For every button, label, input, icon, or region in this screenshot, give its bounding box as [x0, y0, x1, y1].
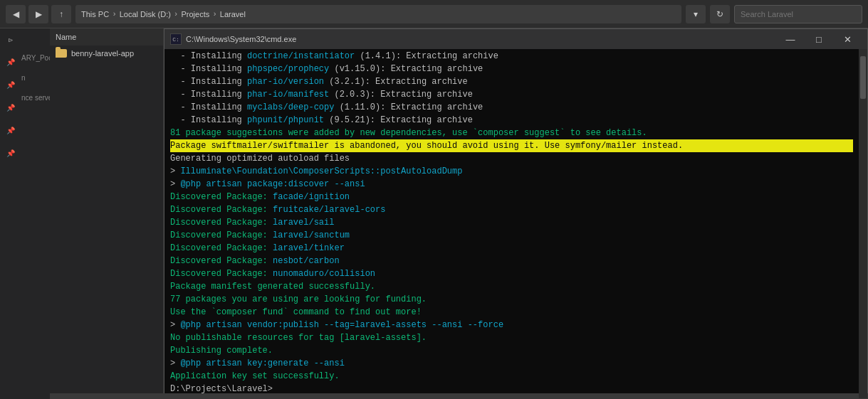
terminal-line: Generating optimized autoload files: [170, 152, 853, 165]
minimize-button[interactable]: —: [776, 29, 805, 49]
terminal-line: Application key set successfully.: [170, 370, 853, 383]
breadcrumb-projects[interactable]: Projects: [181, 10, 209, 18]
back-button[interactable]: ◀: [6, 5, 26, 23]
nav-item-pin-4[interactable]: 📌: [2, 122, 19, 139]
breadcrumb-this-pc[interactable]: This PC: [81, 10, 109, 18]
maximize-button[interactable]: □: [805, 29, 833, 49]
file-panel-header: Name: [50, 28, 163, 46]
cmd-titlebar: C: C:\Windows\System32\cmd.exe — □ ✕: [164, 29, 867, 49]
nav-label-row-2: n: [21, 70, 50, 85]
dropdown-button[interactable]: ▾: [686, 5, 706, 23]
terminal-scrollbar[interactable]: [859, 49, 867, 398]
breadcrumb: This PC › Local Disk (D:) › Projects › L…: [75, 5, 681, 23]
horizontal-scrollbar[interactable]: [50, 393, 163, 399]
terminal-line: No publishable resources for tag [larave…: [170, 331, 853, 344]
terminal-line: Discovered Package: nunomaduro/collision: [170, 267, 853, 280]
left-section: ⊳ 📌 📌 📌 📌 📌: [0, 28, 164, 399]
nav-item-pin-3[interactable]: 📌: [2, 100, 19, 117]
terminal-line: 81 package suggestions were added by new…: [170, 127, 853, 139]
terminal-wrapper: - Installing sebastian/code-unit-reverse…: [164, 49, 867, 398]
nav-item-pin-1[interactable]: 📌: [2, 54, 19, 71]
arrow-icon-1: ⊳: [9, 36, 14, 45]
terminal-line: Discovered Package: facade/ignition: [170, 191, 853, 203]
nav-label-2: n: [21, 74, 26, 82]
refresh-button[interactable]: ↻: [710, 5, 730, 23]
pin-icon-5: 📌: [6, 149, 15, 158]
sep2: ›: [174, 10, 179, 18]
terminal-content[interactable]: - Installing sebastian/code-unit-reverse…: [164, 49, 859, 398]
sep1: ›: [112, 10, 117, 18]
cmd-icon: C:: [170, 33, 182, 45]
terminal-line: Publishing complete.: [170, 344, 853, 357]
nav-buttons: ◀ ▶ ↑: [6, 5, 71, 23]
file-explorer-panel: Name benny-laravel-app: [50, 28, 163, 399]
nav-labels-column: ARY_Pocke n nce server: [21, 28, 50, 399]
terminal-line: Discovered Package: laravel/tinker: [170, 242, 853, 255]
forward-button[interactable]: ▶: [28, 5, 48, 23]
terminal-line: - Installing phar-io/manifest (2.0.3): E…: [170, 88, 853, 101]
cmd-title-text: C:\Windows\System32\cmd.exe: [186, 35, 296, 43]
breadcrumb-local-disk[interactable]: Local Disk (D:): [120, 10, 171, 18]
terminal-line: - Installing doctrine/instantiator (1.4.…: [170, 50, 853, 63]
file-items-list: benny-laravel-app: [50, 46, 163, 399]
cmd-window: C: C:\Windows\System32\cmd.exe — □ ✕ - I…: [164, 28, 868, 399]
pin-icon-4: 📌: [6, 127, 15, 135]
nav-label-1: ARY_Pocke: [21, 54, 50, 62]
name-column-header: Name: [56, 33, 76, 41]
terminal-line: - Installing phpspec/prophecy (v1.15.0):…: [170, 63, 853, 75]
terminal-line: > @php artisan vendor:publish --tag=lara…: [170, 319, 853, 331]
sep3: ›: [212, 10, 217, 18]
cmd-title-left: C: C:\Windows\System32\cmd.exe: [170, 33, 296, 45]
pin-icon-3: 📌: [6, 104, 15, 112]
up-button[interactable]: ↑: [51, 5, 71, 23]
breadcrumb-laravel[interactable]: Laravel: [220, 10, 246, 18]
pin-icon-2: 📌: [6, 81, 15, 90]
cmd-window-buttons: — □ ✕: [776, 29, 862, 49]
search-input[interactable]: [734, 5, 862, 23]
folder-item-benny-laravel-app[interactable]: benny-laravel-app: [50, 46, 163, 61]
main-area: ⊳ 📌 📌 📌 📌 📌: [0, 28, 868, 399]
terminal-line: - Installing myclabs/deep-copy (1.11.0):…: [170, 101, 853, 114]
terminal-line: Package manifest generated successfully.: [170, 280, 853, 293]
terminal-line: > @php artisan key:generate --ansi: [170, 357, 853, 370]
terminal-line: Discovered Package: fruitcake/laravel-co…: [170, 203, 853, 216]
folder-item-name: benny-laravel-app: [71, 49, 134, 58]
terminal-line: 77 packages you are using are looking fo…: [170, 293, 853, 306]
pin-icon-1: 📌: [6, 58, 15, 67]
nav-label-3: nce server: [21, 94, 50, 102]
terminal-line: - Installing phar-io/version (3.2.1): Ex…: [170, 75, 853, 88]
terminal-line: Discovered Package: laravel/sail: [170, 216, 853, 229]
scrollbar-thumb[interactable]: [860, 56, 866, 99]
terminal-line: Discovered Package: nesbot/carbon: [170, 255, 853, 267]
nav-label-row-1: ARY_Pocke: [21, 50, 50, 65]
nav-item-1[interactable]: ⊳: [2, 31, 19, 48]
terminal-line: Package swiftmailer/swiftmailer is aband…: [170, 139, 853, 152]
terminal-line: > @php artisan package:discover --ansi: [170, 178, 853, 191]
left-side-nav: ⊳ 📌 📌 📌 📌 📌: [0, 28, 21, 399]
terminal-line: Use the `composer fund` command to find …: [170, 306, 853, 319]
folder-icon: [56, 49, 67, 58]
nav-label-row-3: nce server: [21, 90, 50, 105]
explorer-bar: ◀ ▶ ↑ This PC › Local Disk (D:) › Projec…: [0, 0, 868, 28]
close-button[interactable]: ✕: [833, 29, 862, 49]
terminal-line: > Illuminate\Foundation\ComposerScripts:…: [170, 165, 853, 178]
terminal-line: Discovered Package: laravel/sanctum: [170, 229, 853, 242]
terminal-line: - Installing phpunit/phpunit (9.5.21): E…: [170, 114, 853, 127]
nav-item-pin-5[interactable]: 📌: [2, 145, 19, 162]
cmd-icon-text: C:: [172, 36, 179, 43]
nav-item-pin-2[interactable]: 📌: [2, 77, 19, 94]
